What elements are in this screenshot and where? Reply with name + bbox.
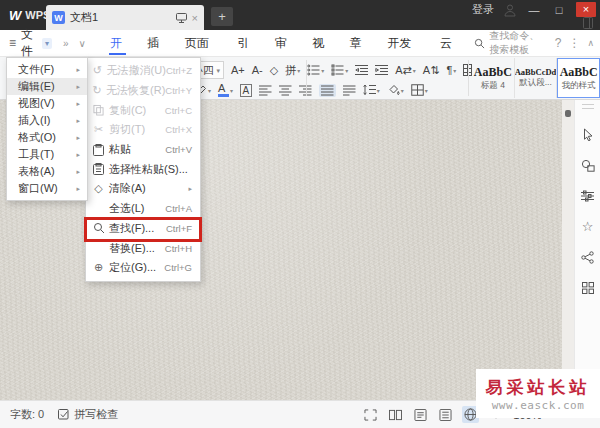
decrease-font-button[interactable]: A- [252,64,263,76]
character-border-button[interactable]: A [240,84,252,97]
minimize-button[interactable]: — [526,4,542,16]
spell-check-button[interactable]: 拼写检查 [58,407,118,422]
close-button[interactable]: × [576,2,596,17]
tab-cloud[interactable]: 云服务 [429,30,474,57]
tab-developer[interactable]: 开发工具 [376,30,429,57]
submenu-arrow-icon: ▸ [76,83,80,91]
style-my-style[interactable]: AaBbC 我的样式 [557,58,600,98]
word-count[interactable]: 字数: 0 [10,407,44,422]
eraser-icon: ◇ [91,182,106,195]
tab-insert[interactable]: 插入 [136,30,173,57]
menu-item-view[interactable]: 视图(V)▸ [7,95,87,112]
chevron-down-icon: ▾ [208,87,211,94]
vertical-scrollbar[interactable] [562,100,574,400]
file-menu-caret-icon[interactable]: ▾ [42,38,52,49]
menu-item-file[interactable]: 文件(F)▸ [7,61,87,78]
new-tab-button[interactable]: + [211,7,233,26]
align-center-icon[interactable] [279,85,292,96]
quick-access-more-icon[interactable]: » [63,38,69,49]
numbered-list-button[interactable]: ▾ [331,64,348,76]
apps-grid-icon[interactable] [582,282,594,294]
paragraph-marks-button[interactable]: ¶▾ [446,64,456,76]
increase-font-button[interactable]: A+ [231,64,245,76]
distribute-text-icon[interactable] [343,85,356,96]
bullet-list-button[interactable]: ▾ [307,64,324,76]
submenu-arrow-icon: ▸ [76,100,80,108]
clear-format-icon[interactable]: ◇ [270,64,278,77]
menu-item-clear[interactable]: ◇清除(A)▸ [86,179,200,199]
menu-item-paste[interactable]: 粘贴Ctrl+V [86,140,200,160]
style-heading4[interactable]: AaBbC 标题 4 [472,58,515,98]
skin-icon[interactable] [583,17,593,29]
align-justify-icon[interactable] [319,84,336,97]
favorites-icon[interactable]: ☆ [582,220,594,233]
menu-item-label: 剪切(T) [109,122,145,137]
tab-references[interactable]: 引用 [227,30,264,57]
chevron-down-icon: ▾ [216,62,220,78]
sidebar-handle[interactable] [582,104,594,109]
document-tab[interactable]: W 文档1 × [46,5,204,30]
shading-button[interactable]: ▾ [387,84,404,96]
maximize-button[interactable]: □ [551,4,567,16]
properties-icon[interactable] [581,190,594,202]
fullscreen-view-icon[interactable] [362,407,379,423]
menu-item-insert[interactable]: 插入(I)▸ [7,112,87,129]
titlebar: W WPS W 文档1 × + 登录 — □ × [0,0,600,30]
page-view-icon[interactable] [387,407,404,423]
select-tool-icon[interactable] [582,128,594,141]
pinyin-guide-button[interactable]: 拼▾ [285,63,300,78]
monitor-icon[interactable] [176,13,187,23]
menu-item-label: 粘贴 [109,142,131,157]
align-left-icon[interactable] [259,85,272,96]
scrollbar-thumb[interactable] [565,110,571,117]
command-search[interactable]: 查找命令、搜索模板 [474,29,548,57]
submenu-arrow-icon: ▸ [76,117,80,125]
shapes-icon[interactable] [581,159,595,172]
paragraph-mark-icon: ¶ [446,64,452,76]
menu-item-tools[interactable]: 工具(T)▸ [7,146,87,163]
sort-icon[interactable]: A⇅ [423,64,440,77]
tab-view[interactable]: 视图 [301,30,338,57]
spell-check-icon [58,409,70,420]
decrease-indent-icon[interactable] [355,64,368,76]
pinyin-icon: 拼 [285,63,296,78]
menu-item-paste-special[interactable]: 选择性粘贴(S)... [86,159,200,179]
menu-item-edit[interactable]: 编辑(E)▸ [7,78,87,95]
user-avatar-icon[interactable] [503,3,517,17]
more-menu-icon[interactable]: ⋮ [568,36,580,50]
menu-item-label: 选择性粘贴(S)... [109,162,188,177]
menu-item-format[interactable]: 格式(O)▸ [7,129,87,146]
tab-close-icon[interactable]: × [192,12,198,24]
outline-view-icon[interactable] [412,407,429,423]
menu-item-select-all[interactable]: 全选(L)Ctrl+A [86,199,200,219]
collapse-ribbon-icon[interactable]: ∧ [587,38,594,48]
menu-item-table[interactable]: 表格(A)▸ [7,163,87,180]
help-icon[interactable]: ? [555,36,562,50]
submenu-arrow-icon: ▸ [76,151,80,159]
ribbon-divider [468,60,469,96]
login-button[interactable]: 登录 [472,2,494,17]
reading-view-icon[interactable] [437,407,454,423]
menu-item-window[interactable]: 窗口(W)▸ [7,180,87,197]
hamburger-icon[interactable]: ≡ [9,36,16,50]
font-color-button[interactable]: A▾ [218,83,233,97]
style-sample: AaBbC [474,65,512,80]
chevron-down-icon: ▾ [425,87,428,94]
share-icon[interactable] [581,251,594,264]
menu-item-goto[interactable]: ⊕定位(G)...Ctrl+G [86,258,200,278]
line-spacing-button[interactable]: ▾ [363,84,380,96]
chevron-down-icon: ▾ [413,67,416,74]
tab-page-layout[interactable]: 页面布局 [174,30,227,57]
character-scale-button[interactable]: A⇄▾ [395,64,416,77]
style-default-paragraph[interactable]: AaBbCcDd 默认段... [515,58,558,98]
file-menu-button[interactable]: 文件 [21,26,40,60]
tab-section[interactable]: 章节 [339,30,376,57]
right-sidebar: ☆ [574,100,600,400]
submenu-arrow-icon: ▸ [188,185,192,193]
increase-indent-icon[interactable] [375,64,388,76]
quick-access-collapse-icon[interactable]: ∨ [79,38,86,49]
tab-home[interactable]: 开始 [99,30,136,57]
menu-item-label: 表格(A) [18,164,55,179]
borders-button[interactable]: ▾ [411,84,428,96]
tab-review[interactable]: 审阅 [264,30,301,57]
